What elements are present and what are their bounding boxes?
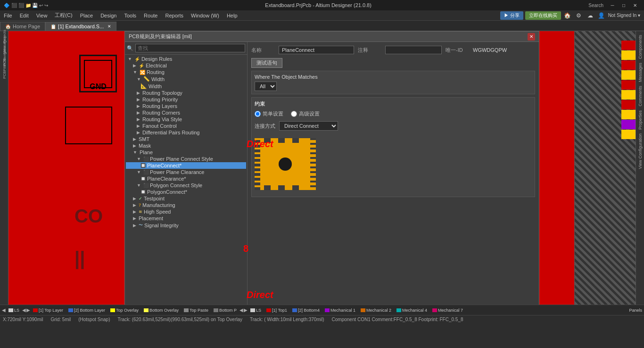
properties-btn[interactable]: Properties <box>637 108 644 132</box>
layer-mech2[interactable]: Mechanical 2 <box>358 307 394 314</box>
layer-bottom-p[interactable]: Bottom P <box>211 307 239 314</box>
tree-mask[interactable]: ▶ Mask <box>126 142 246 149</box>
tree-fanout[interactable]: ▶ Fanout Control <box>126 123 246 129</box>
tree-routing-layers[interactable]: ▶ Routing Layers <box>126 103 246 109</box>
hs-arrow: ▶ <box>133 209 136 214</box>
maximize-button[interactable]: □ <box>619 1 629 9</box>
advanced-radio-label[interactable]: 高级设置 <box>291 110 320 117</box>
diffpairs-label: Differential Pairs Routing <box>142 130 199 135</box>
menu-file[interactable]: File <box>0 12 16 19</box>
layer-prev-btn[interactable]: ◀ <box>2 307 6 313</box>
menu-route[interactable]: Route <box>140 12 161 19</box>
layer-top-overlay[interactable]: Top Overlay <box>108 307 141 314</box>
menu-window[interactable]: Window (W) <box>187 12 223 19</box>
layer-mech4[interactable]: Mechanical 4 <box>394 307 429 314</box>
menu-design[interactable]: Design <box>97 12 120 19</box>
cloud-icon[interactable]: ☁ <box>586 11 595 20</box>
tree-polygonconnect[interactable]: 🔲 PolygonConnect* <box>126 189 246 195</box>
panels-btn[interactable]: Panels <box>629 308 642 313</box>
layer-mech7[interactable]: Mechanical 7 <box>430 307 465 314</box>
messages-right-btn[interactable]: Messages <box>637 61 644 84</box>
layer-mech1[interactable]: Mechanical 1 <box>322 307 358 314</box>
menu-help[interactable]: Help <box>223 12 241 19</box>
tree-placement[interactable]: ▶ Placement <box>126 215 246 222</box>
ppclear-icon: ⬛ <box>143 170 149 174</box>
tab-home[interactable]: 🏠 Home Page <box>0 22 45 31</box>
tab-pcb[interactable]: 📋 [1] Extandboard.S... ✕ <box>45 22 116 31</box>
tab-close-icon[interactable]: ✕ <box>107 24 111 29</box>
where-select[interactable]: All <box>255 82 277 91</box>
components-panel-btn[interactable]: Components <box>637 33 644 61</box>
tree-routing-topology[interactable]: ▶ Routing Topology <box>126 90 246 96</box>
menu-tools[interactable]: Tools <box>120 12 140 19</box>
bar-red4 <box>621 100 636 109</box>
simple-radio[interactable] <box>255 111 261 117</box>
testpoint-arrow: ▶ <box>133 196 136 201</box>
advanced-radio[interactable] <box>291 111 297 117</box>
menu-view[interactable]: View <box>33 12 51 19</box>
tree-planeconnect[interactable]: 🔲 PlaneConnect* <box>126 162 246 169</box>
layer-top[interactable]: [1] Top Layer <box>31 307 66 314</box>
tree-pp-clearance[interactable]: ▼ ⬛ Power Plane Clearance <box>126 169 246 175</box>
mfg-icon: 7 <box>139 203 141 207</box>
layer-ls[interactable]: LS <box>6 307 22 314</box>
minimize-button[interactable]: ─ <box>607 1 618 9</box>
layer-bottom[interactable]: [2] Bottom Layer <box>66 307 107 314</box>
signal-integrity-label: Signal Integrity <box>144 223 179 228</box>
menu-reports[interactable]: Reports <box>161 12 187 19</box>
comments-btn[interactable]: Comments <box>637 84 644 108</box>
connect-select[interactable]: Direct Connect Relief Connect No Connect <box>279 121 338 131</box>
tree-signal-integrity[interactable]: ▶ 〜 Signal Integrity <box>126 222 246 229</box>
test-button[interactable]: 测试语句 <box>251 58 282 68</box>
tree-width-group[interactable]: ▼ 📏 Width <box>126 75 246 83</box>
share-button[interactable]: ▶ 分享 <box>500 11 523 20</box>
tree-via-style[interactable]: ▶ Routing Via Style <box>126 116 246 123</box>
layer-nav-left[interactable]: ◀ <box>22 307 26 313</box>
tree-planeclearance[interactable]: 🔲 PlaneClearance* <box>126 175 246 182</box>
mfg-arrow: ▶ <box>133 203 136 207</box>
pcbfilter-panel-btn[interactable]: PCBFilter <box>0 67 8 75</box>
layer-nav2[interactable]: ◀ <box>239 307 243 313</box>
buy-button[interactable]: 立即在线购买 <box>525 11 561 20</box>
tree-routing-priority[interactable]: ▶ Routing Priority <box>126 96 246 103</box>
dialog-close-button[interactable]: ✕ <box>528 33 535 41</box>
menu-edit[interactable]: Edit <box>16 12 33 19</box>
layer-top1[interactable]: [1] Top1 <box>264 307 289 314</box>
tree-electrical[interactable]: ▶ ⚡ Electrical <box>126 62 246 69</box>
tree-root[interactable]: ▼ ⚡ Design Rules <box>126 56 246 62</box>
snap-info: (Hotspot Snap) <box>78 317 110 322</box>
home-icon[interactable]: 🏠 <box>563 11 572 20</box>
layer-ls2[interactable]: LS <box>248 307 264 314</box>
close-button[interactable]: ✕ <box>630 1 640 9</box>
name-input[interactable] <box>279 46 354 54</box>
tree-plane[interactable]: ▼ Plane <box>126 149 246 156</box>
layer-bottom4[interactable]: [2] Bottom4 <box>290 307 322 314</box>
navigator-panel-btn[interactable]: Navigator <box>0 50 8 58</box>
view-config-btn[interactable]: View Configuration <box>637 132 644 171</box>
menu-place[interactable]: Place <box>76 12 97 19</box>
tree-routing-corners[interactable]: ▶ Routing Corners <box>126 109 246 116</box>
tree-high-speed[interactable]: ▶ ≋ High Speed <box>126 208 246 215</box>
simple-radio-label[interactable]: 简单设置 <box>255 110 283 117</box>
menu-project[interactable]: 工程(C) <box>51 11 76 20</box>
settings-icon[interactable]: ⚙ <box>574 11 584 20</box>
tree-polygon-style[interactable]: ▼ ⬛ Polygon Connect Style <box>126 182 246 189</box>
tree-manufacturing[interactable]: ▶ 7 Manufacturing <box>126 202 246 208</box>
tree-width-item[interactable]: 📐 Width <box>126 83 246 90</box>
tree-testpoint[interactable]: ▶ ✓ Testpoint <box>126 195 246 202</box>
layer-nav3[interactable]: ▶ <box>244 307 248 313</box>
signin-label[interactable]: Not Signed In ▾ <box>608 13 640 18</box>
window-controls[interactable]: ─ □ ✕ <box>607 1 640 9</box>
tree-smt[interactable]: ▶ SMT <box>126 136 246 142</box>
comment-input[interactable] <box>385 46 442 54</box>
layer-nav-right[interactable]: ▶ <box>26 307 30 313</box>
user-icon[interactable]: 👤 <box>597 11 606 20</box>
tree-ppc-style[interactable]: ▼ ⬛ Power Plane Connect Style <box>126 156 246 162</box>
layer-top-paste[interactable]: Top Paste <box>182 307 211 314</box>
layer-bottom-overlay[interactable]: Bottom Overlay <box>141 307 181 314</box>
tree-diff-pairs[interactable]: ▶ Differential Pairs Routing <box>126 129 246 136</box>
tree-routing[interactable]: ▼ 🔀 Routing <box>126 69 246 75</box>
bar-yellow5 <box>621 130 636 139</box>
pcb-component-2 <box>65 107 112 144</box>
rules-search-input[interactable] <box>135 44 245 52</box>
